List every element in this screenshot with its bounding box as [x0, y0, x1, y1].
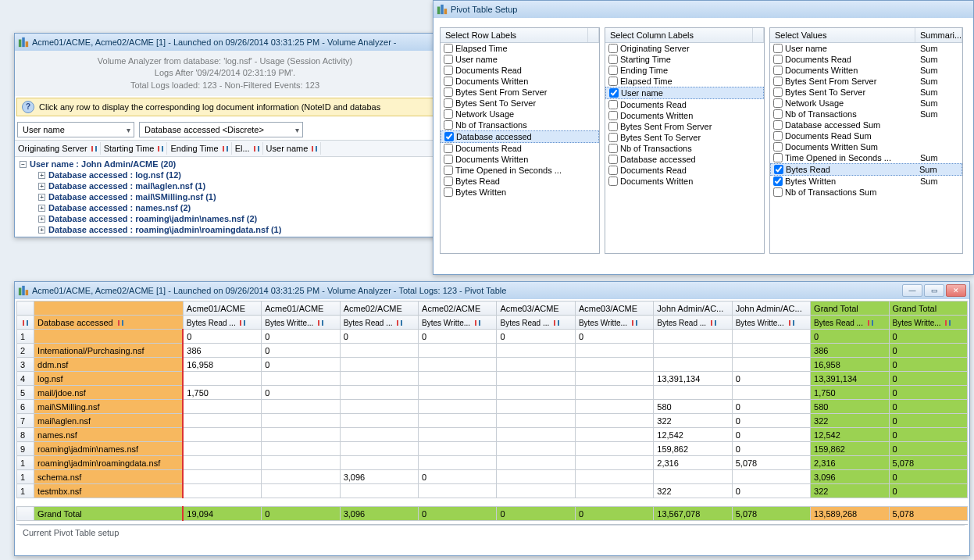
field-option[interactable]: Database accessed	[441, 130, 599, 143]
field-option[interactable]: Documents Read Sum	[770, 130, 962, 141]
field-option[interactable]: Starting Time	[605, 54, 764, 65]
pivot-col-group[interactable]: John Admin/AC...	[732, 301, 810, 316]
pivot-table-titlebar[interactable]: Acme01/ACME, Acme02/ACME [1] - Launched …	[15, 282, 969, 299]
combo-database-accessed[interactable]: Database accessed <Discrete>	[139, 122, 303, 137]
minimize-button[interactable]: —	[902, 284, 922, 297]
tree-child-row[interactable]: Database accessed : mail\SMilling.nsf (1…	[18, 191, 432, 202]
field-checkbox[interactable]	[773, 55, 783, 64]
pivot-col-sub[interactable]: Bytes Read ...	[497, 316, 575, 330]
pivot-col-sub[interactable]: Bytes Writte...	[732, 316, 810, 330]
field-checkbox[interactable]	[444, 55, 453, 64]
sort-icon[interactable]	[90, 144, 97, 153]
field-option[interactable]: Nb of Transactions Sum	[770, 187, 962, 198]
pivot-table[interactable]: Acme01/ACMEAcme01/ACMEAcme02/ACMEAcme02/…	[16, 301, 968, 498]
pivot-row[interactable]: 1schema.nsf3,09603,0960	[17, 470, 968, 484]
field-checkbox[interactable]	[444, 155, 453, 164]
pivot-row[interactable]: 6mail\SMilling.nsf58005800	[17, 400, 968, 414]
field-option[interactable]: Nb of Transactions	[441, 119, 599, 130]
field-option[interactable]: Documents Written Sum	[770, 141, 962, 152]
pivot-row[interactable]: 9roaming\jadmin\names.nsf159,8620159,862…	[17, 442, 968, 456]
field-checkbox[interactable]	[444, 66, 453, 75]
field-checkbox[interactable]	[444, 44, 453, 53]
field-checkbox[interactable]	[773, 187, 783, 197]
field-option[interactable]: Ending Time	[605, 65, 764, 76]
field-checkbox[interactable]	[773, 142, 783, 152]
pivot-col-sub[interactable]: Bytes Read ...	[811, 316, 889, 330]
pivot-row[interactable]: 8names.nsf12,542012,5420	[17, 428, 968, 442]
field-checkbox[interactable]	[773, 77, 783, 86]
combo-user-name[interactable]: User name	[17, 122, 134, 137]
field-option[interactable]: Bytes Sent To ServerSum	[770, 87, 962, 98]
field-option[interactable]: Documents Read	[605, 165, 764, 176]
tree-root-row[interactable]: User name : John Admin/ACME (20)	[18, 159, 432, 169]
field-checkbox[interactable]	[444, 177, 453, 186]
pivot-setup-titlebar[interactable]: Pivot Table Setup	[433, 1, 973, 18]
field-option[interactable]: Database accessed Sum	[770, 119, 962, 130]
field-checkbox[interactable]	[608, 155, 618, 164]
field-option[interactable]: Bytes Sent To Server	[605, 132, 764, 143]
pivot-row[interactable]: 7mail\aglen.nsf32203220	[17, 414, 968, 428]
tree-child-row[interactable]: Database accessed : names.nsf (2)	[18, 202, 432, 213]
va-column-header[interactable]: User name	[263, 142, 322, 155]
tree-child-row[interactable]: Database accessed : mail\aglen.nsf (1)	[18, 180, 432, 191]
field-option[interactable]: Documents Written	[441, 76, 599, 87]
field-option[interactable]: Bytes Read	[441, 176, 599, 187]
field-checkbox[interactable]	[608, 177, 618, 186]
expander-icon[interactable]	[20, 161, 27, 168]
pivot-col-group[interactable]: Acme01/ACME	[262, 301, 340, 316]
field-option[interactable]: Documents WrittenSum	[770, 65, 962, 76]
pivot-row[interactable]: 2International/Purchasing.nsf38603860	[17, 344, 968, 358]
pivot-col-sub[interactable]: Bytes Writte...	[889, 316, 967, 330]
close-button[interactable]: ✕	[946, 284, 966, 297]
field-option[interactable]: Documents Written	[605, 176, 764, 187]
pivot-col-group[interactable]: Acme02/ACME	[340, 301, 418, 316]
panel-header-summarize[interactable]: Summari...	[915, 28, 962, 42]
field-checkbox[interactable]	[608, 144, 618, 153]
field-option[interactable]: Bytes Read Sum	[770, 163, 962, 176]
field-option[interactable]: Network Usage	[441, 109, 599, 119]
pivot-row[interactable]: 5mail/jdoe.nsf1,75001,7500	[17, 386, 968, 400]
field-option[interactable]: User nameSum	[770, 43, 962, 54]
expander-icon[interactable]	[38, 226, 45, 234]
pivot-col-group[interactable]: Acme01/ACME	[183, 301, 261, 316]
field-checkbox[interactable]	[773, 120, 783, 130]
sort-icon[interactable]	[252, 144, 259, 153]
expander-icon[interactable]	[38, 194, 45, 201]
field-checkbox[interactable]	[444, 98, 453, 108]
panel-header[interactable]: Select Values	[770, 28, 915, 42]
maximize-button[interactable]: ▭	[924, 284, 944, 297]
pivot-col-group[interactable]: Acme03/ACME	[575, 301, 653, 316]
field-option[interactable]: Documents Read	[605, 99, 764, 110]
field-option[interactable]: Elapsed Time	[441, 43, 599, 54]
pivot-col-group[interactable]: Acme03/ACME	[497, 301, 575, 316]
field-option[interactable]: Documents Read	[441, 65, 599, 76]
field-checkbox[interactable]	[444, 87, 453, 97]
field-checkbox[interactable]	[444, 120, 453, 130]
help-icon[interactable]: ?	[22, 101, 34, 113]
tree-child-row[interactable]: Database accessed : roaming\jadmin\names…	[18, 213, 432, 224]
field-option[interactable]: Documents Read	[441, 143, 599, 154]
field-checkbox[interactable]	[608, 133, 618, 142]
expander-icon[interactable]	[38, 216, 45, 223]
va-column-header[interactable]: Starting Time	[101, 142, 168, 155]
field-option[interactable]: Bytes Sent To Server	[441, 98, 599, 109]
field-checkbox[interactable]	[773, 66, 783, 75]
field-checkbox[interactable]	[444, 77, 453, 86]
field-option[interactable]: User name	[441, 54, 599, 65]
pivot-col-sub[interactable]: Bytes Read ...	[654, 316, 732, 330]
panel-header[interactable]: Select Column Labels	[605, 28, 753, 42]
pivot-col-sub[interactable]: Bytes Read ...	[340, 316, 418, 330]
field-checkbox[interactable]	[773, 177, 783, 186]
field-option[interactable]: Originating Server	[605, 43, 764, 54]
pivot-row[interactable]: 4log.nsf13,391,134013,391,1340	[17, 372, 968, 386]
field-checkbox[interactable]	[773, 44, 783, 53]
pivot-col-group[interactable]: Grand Total	[889, 301, 967, 316]
sort-icon[interactable]	[156, 144, 163, 153]
pivot-col-sub[interactable]: Bytes Writte...	[575, 316, 653, 330]
pivot-col-sub[interactable]: Bytes Read ...	[183, 316, 261, 330]
pivot-row[interactable]: 1testmbx.nsf32203220	[17, 484, 968, 498]
field-checkbox[interactable]	[773, 153, 783, 162]
expander-icon[interactable]	[38, 205, 45, 212]
field-checkbox[interactable]	[608, 55, 618, 64]
field-checkbox[interactable]	[773, 98, 783, 108]
